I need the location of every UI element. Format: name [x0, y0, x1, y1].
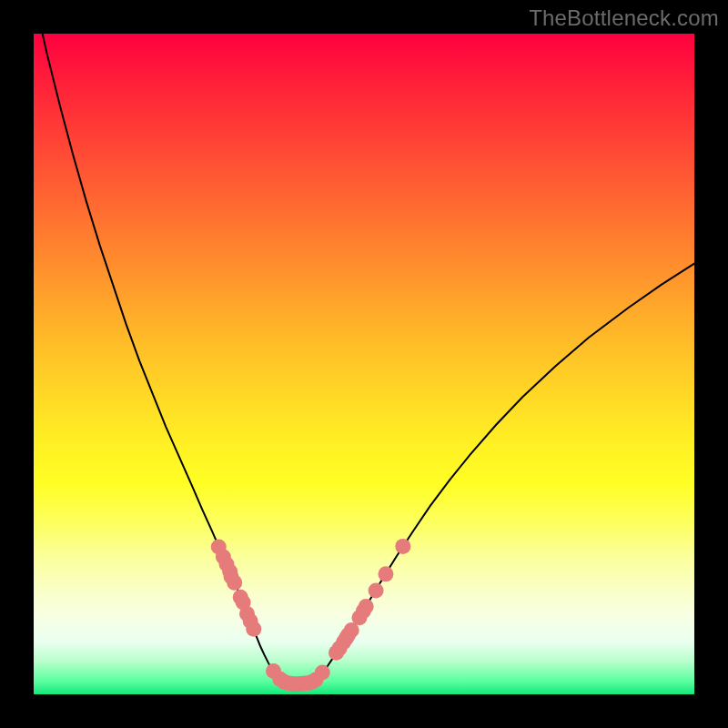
plot-area [34, 34, 694, 694]
data-point [378, 566, 393, 581]
data-point [227, 575, 242, 591]
data-point [395, 539, 410, 554]
curve-left [34, 0, 281, 681]
data-point [369, 583, 384, 599]
data-point [315, 665, 330, 681]
data-point [246, 622, 261, 637]
chart-frame: TheBottleneck.com [0, 0, 728, 728]
curve-right [315, 264, 694, 682]
data-point [359, 599, 374, 614]
curve-layer [34, 34, 694, 694]
data-points [211, 539, 411, 692]
watermark-text: TheBottleneck.com [529, 5, 719, 31]
